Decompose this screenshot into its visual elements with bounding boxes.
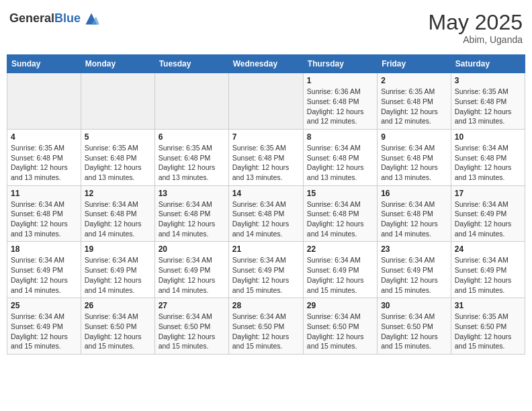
day-number: 3	[455, 76, 521, 85]
day-detail: Sunrise: 6:34 AMSunset: 6:49 PMDaylight:…	[455, 199, 521, 239]
calendar-cell: 24Sunrise: 6:34 AMSunset: 6:49 PMDayligh…	[451, 242, 525, 298]
day-detail: Sunrise: 6:34 AMSunset: 6:49 PMDaylight:…	[11, 255, 77, 295]
calendar-cell: 3Sunrise: 6:35 AMSunset: 6:48 PMDaylight…	[451, 73, 525, 130]
day-detail: Sunrise: 6:34 AMSunset: 6:49 PMDaylight:…	[85, 255, 151, 295]
header-day-monday: Monday	[81, 55, 154, 73]
calendar-cell	[81, 73, 154, 130]
day-detail: Sunrise: 6:35 AMSunset: 6:50 PMDaylight:…	[455, 312, 521, 351]
calendar-cell: 20Sunrise: 6:34 AMSunset: 6:49 PMDayligh…	[154, 242, 228, 298]
day-number: 30	[381, 301, 447, 310]
day-number: 19	[85, 244, 151, 254]
calendar-cell: 17Sunrise: 6:34 AMSunset: 6:49 PMDayligh…	[451, 185, 525, 242]
header-day-tuesday: Tuesday	[154, 55, 228, 73]
calendar-cell	[154, 73, 228, 130]
page-header: GeneralBlue May 2025 Abim, Uganda	[7, 7, 525, 49]
day-number: 5	[85, 132, 151, 142]
week-row-4: 18Sunrise: 6:34 AMSunset: 6:49 PMDayligh…	[7, 242, 525, 298]
calendar-cell: 8Sunrise: 6:34 AMSunset: 6:48 PMDaylight…	[303, 129, 377, 185]
day-detail: Sunrise: 6:35 AMSunset: 6:48 PMDaylight:…	[85, 143, 151, 183]
day-number: 21	[232, 244, 300, 254]
header-day-sunday: Sunday	[7, 55, 81, 73]
day-number: 28	[232, 301, 300, 310]
day-detail: Sunrise: 6:34 AMSunset: 6:48 PMDaylight:…	[85, 199, 151, 239]
calendar-cell: 23Sunrise: 6:34 AMSunset: 6:49 PMDayligh…	[378, 242, 451, 298]
day-detail: Sunrise: 6:34 AMSunset: 6:49 PMDaylight:…	[11, 312, 77, 351]
day-detail: Sunrise: 6:35 AMSunset: 6:48 PMDaylight:…	[455, 87, 521, 126]
calendar-cell: 16Sunrise: 6:34 AMSunset: 6:48 PMDayligh…	[378, 185, 451, 242]
day-number: 27	[159, 301, 225, 310]
calendar-cell: 29Sunrise: 6:34 AMSunset: 6:50 PMDayligh…	[303, 298, 377, 355]
calendar-cell: 2Sunrise: 6:35 AMSunset: 6:48 PMDaylight…	[378, 73, 451, 130]
header-day-saturday: Saturday	[451, 55, 525, 73]
day-detail: Sunrise: 6:34 AMSunset: 6:48 PMDaylight:…	[307, 199, 373, 239]
month-title: May 2025	[428, 11, 523, 34]
calendar-cell: 13Sunrise: 6:34 AMSunset: 6:48 PMDayligh…	[154, 185, 228, 242]
day-number: 17	[455, 189, 521, 198]
day-number: 12	[85, 189, 151, 198]
day-number: 9	[381, 132, 447, 142]
day-number: 22	[307, 244, 373, 254]
day-number: 1	[307, 76, 373, 85]
calendar-cell: 30Sunrise: 6:34 AMSunset: 6:50 PMDayligh…	[378, 298, 451, 355]
day-number: 24	[455, 244, 521, 254]
header-row: SundayMondayTuesdayWednesdayThursdayFrid…	[7, 55, 525, 73]
day-number: 26	[85, 301, 151, 310]
header-day-wednesday: Wednesday	[228, 55, 303, 73]
location: Abim, Uganda	[428, 34, 523, 45]
day-number: 10	[455, 132, 521, 142]
calendar-cell: 1Sunrise: 6:36 AMSunset: 6:48 PMDaylight…	[303, 73, 377, 130]
day-number: 2	[381, 76, 447, 85]
title-block: May 2025 Abim, Uganda	[428, 11, 523, 45]
week-row-5: 25Sunrise: 6:34 AMSunset: 6:49 PMDayligh…	[7, 298, 525, 355]
calendar-cell: 9Sunrise: 6:34 AMSunset: 6:48 PMDaylight…	[378, 129, 451, 185]
calendar-header: SundayMondayTuesdayWednesdayThursdayFrid…	[7, 55, 525, 73]
calendar-cell: 31Sunrise: 6:35 AMSunset: 6:50 PMDayligh…	[451, 298, 525, 355]
day-number: 25	[11, 301, 77, 310]
logo-general: GeneralBlue	[9, 12, 81, 26]
day-detail: Sunrise: 6:34 AMSunset: 6:48 PMDaylight:…	[381, 199, 447, 239]
week-row-2: 4Sunrise: 6:35 AMSunset: 6:48 PMDaylight…	[7, 129, 525, 185]
day-detail: Sunrise: 6:34 AMSunset: 6:48 PMDaylight:…	[232, 199, 300, 239]
calendar-cell: 26Sunrise: 6:34 AMSunset: 6:50 PMDayligh…	[81, 298, 154, 355]
calendar-cell: 6Sunrise: 6:35 AMSunset: 6:48 PMDaylight…	[154, 129, 228, 185]
day-number: 8	[307, 132, 373, 142]
day-number: 13	[159, 189, 225, 198]
day-detail: Sunrise: 6:35 AMSunset: 6:48 PMDaylight:…	[381, 87, 447, 126]
calendar-cell: 28Sunrise: 6:34 AMSunset: 6:50 PMDayligh…	[228, 298, 303, 355]
calendar-cell: 22Sunrise: 6:34 AMSunset: 6:49 PMDayligh…	[303, 242, 377, 298]
day-detail: Sunrise: 6:34 AMSunset: 6:50 PMDaylight:…	[159, 312, 225, 351]
day-detail: Sunrise: 6:34 AMSunset: 6:49 PMDaylight:…	[381, 255, 447, 295]
week-row-3: 11Sunrise: 6:34 AMSunset: 6:48 PMDayligh…	[7, 185, 525, 242]
calendar-cell: 4Sunrise: 6:35 AMSunset: 6:48 PMDaylight…	[7, 129, 81, 185]
day-number: 18	[11, 244, 77, 254]
calendar-cell: 27Sunrise: 6:34 AMSunset: 6:50 PMDayligh…	[154, 298, 228, 355]
day-number: 15	[307, 189, 373, 198]
day-detail: Sunrise: 6:34 AMSunset: 6:50 PMDaylight:…	[381, 312, 447, 351]
calendar-cell: 15Sunrise: 6:34 AMSunset: 6:48 PMDayligh…	[303, 185, 377, 242]
day-detail: Sunrise: 6:34 AMSunset: 6:50 PMDaylight:…	[307, 312, 373, 351]
logo-icon	[83, 11, 99, 27]
header-day-thursday: Thursday	[303, 55, 377, 73]
calendar-cell: 14Sunrise: 6:34 AMSunset: 6:48 PMDayligh…	[228, 185, 303, 242]
day-number: 16	[381, 189, 447, 198]
calendar-cell	[228, 73, 303, 130]
day-number: 4	[11, 132, 77, 142]
logo: GeneralBlue	[9, 11, 99, 27]
header-day-friday: Friday	[378, 55, 451, 73]
day-detail: Sunrise: 6:35 AMSunset: 6:48 PMDaylight:…	[11, 143, 77, 183]
day-number: 20	[159, 244, 225, 254]
day-detail: Sunrise: 6:35 AMSunset: 6:48 PMDaylight:…	[232, 143, 300, 183]
day-detail: Sunrise: 6:34 AMSunset: 6:50 PMDaylight:…	[85, 312, 151, 351]
calendar-cell: 21Sunrise: 6:34 AMSunset: 6:49 PMDayligh…	[228, 242, 303, 298]
day-detail: Sunrise: 6:34 AMSunset: 6:49 PMDaylight:…	[307, 255, 373, 295]
calendar-table: SundayMondayTuesdayWednesdayThursdayFrid…	[7, 54, 525, 355]
calendar-cell: 7Sunrise: 6:35 AMSunset: 6:48 PMDaylight…	[228, 129, 303, 185]
day-number: 7	[232, 132, 300, 142]
day-number: 29	[307, 301, 373, 310]
calendar-cell: 11Sunrise: 6:34 AMSunset: 6:48 PMDayligh…	[7, 185, 81, 242]
day-number: 11	[11, 189, 77, 198]
calendar-cell: 5Sunrise: 6:35 AMSunset: 6:48 PMDaylight…	[81, 129, 154, 185]
week-row-1: 1Sunrise: 6:36 AMSunset: 6:48 PMDaylight…	[7, 73, 525, 130]
day-detail: Sunrise: 6:34 AMSunset: 6:48 PMDaylight:…	[307, 143, 373, 183]
day-detail: Sunrise: 6:34 AMSunset: 6:48 PMDaylight:…	[455, 143, 521, 183]
